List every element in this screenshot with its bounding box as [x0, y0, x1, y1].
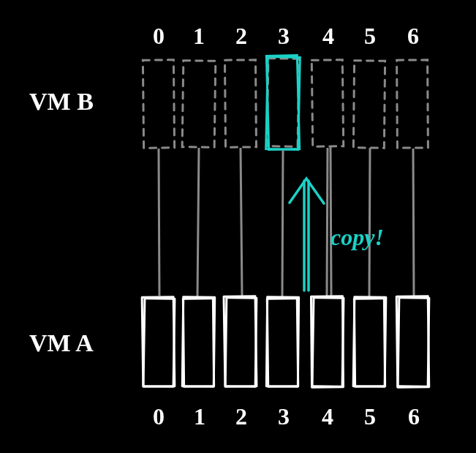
index-top-1: 1	[193, 23, 205, 49]
svg-rect-13	[183, 299, 214, 386]
vm-a-cell-6	[396, 296, 429, 388]
svg-line-3	[197, 148, 199, 296]
svg-rect-18	[398, 298, 429, 387]
svg-line-6	[327, 148, 328, 296]
connectors	[159, 147, 414, 296]
svg-rect-17	[354, 299, 385, 386]
vm-b-cell-2	[224, 60, 256, 147]
vm-b-label: VM B	[29, 88, 94, 115]
vm-b-cell-0	[143, 60, 174, 148]
svg-line-2	[159, 149, 159, 296]
vm-a-cell-5	[353, 297, 386, 387]
index-top-2: 2	[235, 23, 247, 49]
index-top-4: 4	[322, 23, 334, 49]
svg-line-4	[241, 148, 242, 296]
highlight-cell	[266, 55, 301, 149]
svg-rect-1	[266, 57, 301, 150]
vm-b-cell-1	[182, 61, 216, 148]
index-bottom-1: 1	[194, 403, 205, 430]
svg-rect-0	[266, 55, 299, 149]
vm-a-cell-0	[142, 297, 175, 387]
vm-b-cell-6	[397, 60, 428, 148]
svg-line-7	[330, 147, 331, 296]
index-bottom-4: 4	[322, 403, 333, 430]
svg-rect-12	[143, 299, 175, 387]
index-bottom-3: 3	[278, 403, 290, 430]
vm-a-cell-1	[182, 297, 214, 387]
index-bottom-2: 2	[235, 403, 247, 430]
index-top-5: 5	[364, 23, 376, 49]
copy-arrow-icon	[290, 179, 324, 291]
index-top-0: 0	[153, 23, 165, 49]
vm-a-cell-4	[311, 296, 343, 387]
vm-a-cell-3	[266, 297, 298, 386]
vm-b-cell-3	[267, 59, 299, 147]
svg-rect-14	[225, 298, 257, 387]
index-bottom-0: 0	[153, 403, 165, 430]
vm-a-label: VM A	[29, 329, 94, 356]
svg-line-9	[413, 149, 414, 296]
svg-rect-16	[312, 298, 344, 387]
vm-b-cells	[143, 59, 428, 149]
index-bottom-5: 5	[364, 403, 376, 430]
copy-label: copy!	[330, 224, 384, 250]
vm-b-cell-4	[311, 60, 343, 147]
index-top-6: 6	[407, 23, 419, 49]
vm-a-cells	[142, 296, 429, 388]
index-top-3: 3	[278, 23, 290, 49]
svg-rect-15	[267, 299, 298, 386]
vm-b-cell-5	[353, 61, 385, 148]
svg-line-8	[369, 148, 370, 296]
svg-line-5	[282, 150, 283, 296]
index-bottom-6: 6	[408, 403, 420, 430]
vm-a-cell-2	[224, 296, 257, 387]
